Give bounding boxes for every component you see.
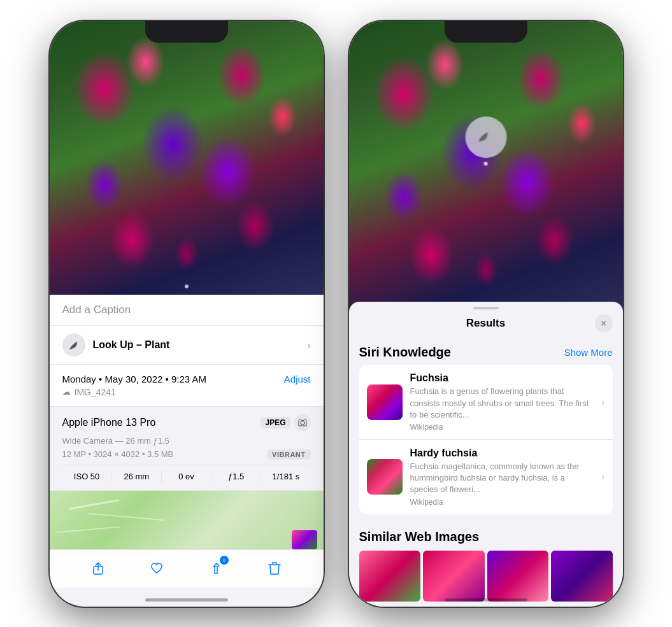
device-name: Apple iPhone 13 Pro bbox=[62, 417, 156, 428]
fuchsia-thumbnail bbox=[367, 384, 403, 420]
siri-knowledge-title: Siri Knowledge bbox=[359, 345, 451, 360]
exif-aperture: ƒ1.5 bbox=[211, 470, 261, 483]
exif-focal: 26 mm bbox=[112, 470, 162, 483]
hardy-fuchsia-thumbnail bbox=[367, 459, 403, 495]
vibrant-badge: VIBRANT bbox=[267, 449, 310, 460]
siri-dot bbox=[484, 162, 488, 166]
knowledge-item-hardy-fuchsia[interactable]: Hardy fuchsia Fuchsia magellanica, commo… bbox=[359, 440, 613, 514]
hardy-fuchsia-name: Hardy fuchsia bbox=[410, 447, 594, 459]
home-indicator-left bbox=[145, 598, 228, 602]
knowledge-item-fuchsia[interactable]: Fuchsia Fuchsia is a genus of flowering … bbox=[359, 365, 613, 440]
exif-ev: 0 ev bbox=[162, 470, 211, 483]
date-text: Monday • May 30, 2022 • 9:23 AM bbox=[62, 374, 206, 384]
close-button[interactable]: × bbox=[595, 314, 613, 332]
file-specs: 12 MP • 3024 × 4032 • 3.5 MB bbox=[62, 449, 174, 459]
exif-shutter: 1/181 s bbox=[261, 470, 310, 483]
jpeg-badge: JPEG bbox=[261, 417, 290, 428]
right-phone: Results × Siri Knowledge Show More bbox=[349, 21, 623, 607]
fuchsia-content: Fuchsia Fuchsia is a genus of flowering … bbox=[410, 372, 594, 432]
results-sheet: Results × Siri Knowledge Show More bbox=[349, 302, 623, 606]
home-indicator-right bbox=[445, 598, 527, 602]
date-section: Monday • May 30, 2022 • 9:23 AM Adjust ☁… bbox=[50, 365, 324, 407]
heart-button[interactable] bbox=[145, 557, 168, 580]
right-photo-image[interactable] bbox=[349, 21, 623, 314]
device-section: Apple iPhone 13 Pro JPEG Wide Camera — 2… bbox=[50, 407, 324, 491]
lookup-row[interactable]: Look Up – Plant › bbox=[50, 326, 324, 365]
sheet-title: Results bbox=[466, 317, 505, 330]
siri-visual-lookup-button[interactable] bbox=[465, 116, 506, 158]
exif-row: ISO 50 26 mm 0 ev ƒ1.5 1/181 s bbox=[62, 465, 311, 483]
sheet-header: Results × bbox=[349, 314, 623, 337]
knowledge-card: Fuchsia Fuchsia is a genus of flowering … bbox=[359, 365, 613, 514]
camera-specs: Wide Camera — 26 mm ƒ1.5 bbox=[62, 436, 311, 446]
caption-area[interactable]: Add a Caption bbox=[50, 295, 324, 326]
map-section[interactable] bbox=[50, 491, 324, 554]
similar-images-grid bbox=[359, 551, 613, 602]
fuchsia-description: Fuchsia is a genus of flowering plants t… bbox=[410, 386, 594, 421]
leaf-icon bbox=[62, 334, 85, 356]
similar-images-section: Similar Web Images bbox=[349, 519, 623, 607]
exif-iso: ISO 50 bbox=[62, 470, 112, 483]
hardy-fuchsia-chevron-icon: › bbox=[601, 471, 604, 483]
siri-knowledge-section: Siri Knowledge Show More Fuchsia Fuchsia… bbox=[349, 337, 623, 519]
caption-placeholder[interactable]: Add a Caption bbox=[62, 304, 131, 316]
left-phone: Add a Caption Look Up – Plant › Mon bbox=[50, 21, 324, 607]
fuchsia-source: Wikipedia bbox=[410, 423, 594, 432]
similar-image-1[interactable] bbox=[359, 551, 421, 602]
similar-image-3[interactable] bbox=[487, 551, 549, 602]
adjust-button[interactable]: Adjust bbox=[284, 374, 311, 384]
photo-toolbar: i bbox=[50, 549, 324, 588]
camera-icon bbox=[294, 414, 311, 431]
info-button[interactable]: i bbox=[204, 557, 227, 580]
sheet-handle bbox=[473, 307, 499, 309]
hardy-fuchsia-source: Wikipedia bbox=[410, 498, 594, 507]
fuchsia-chevron-icon: › bbox=[601, 397, 604, 408]
hardy-fuchsia-content: Hardy fuchsia Fuchsia magellanica, commo… bbox=[410, 447, 594, 507]
trash-button[interactable] bbox=[263, 557, 286, 580]
share-button[interactable] bbox=[87, 557, 110, 580]
filename-text: IMG_4241 bbox=[75, 387, 116, 397]
similar-image-4[interactable] bbox=[551, 551, 613, 602]
photo-info-section: Add a Caption Look Up – Plant › Mon bbox=[50, 295, 324, 554]
fuchsia-name: Fuchsia bbox=[410, 372, 594, 384]
show-more-button[interactable]: Show More bbox=[564, 347, 613, 358]
info-badge: i bbox=[220, 556, 229, 565]
svg-point-0 bbox=[301, 421, 304, 425]
lookup-label: Look Up – Plant bbox=[93, 339, 170, 351]
similar-images-title: Similar Web Images bbox=[359, 530, 613, 544]
similar-image-2[interactable] bbox=[423, 551, 485, 602]
hardy-fuchsia-description: Fuchsia magellanica, commonly known as t… bbox=[410, 461, 594, 496]
photo-image[interactable] bbox=[50, 21, 324, 295]
lookup-chevron-icon: › bbox=[308, 340, 311, 350]
cloud-icon: ☁ bbox=[62, 387, 71, 397]
